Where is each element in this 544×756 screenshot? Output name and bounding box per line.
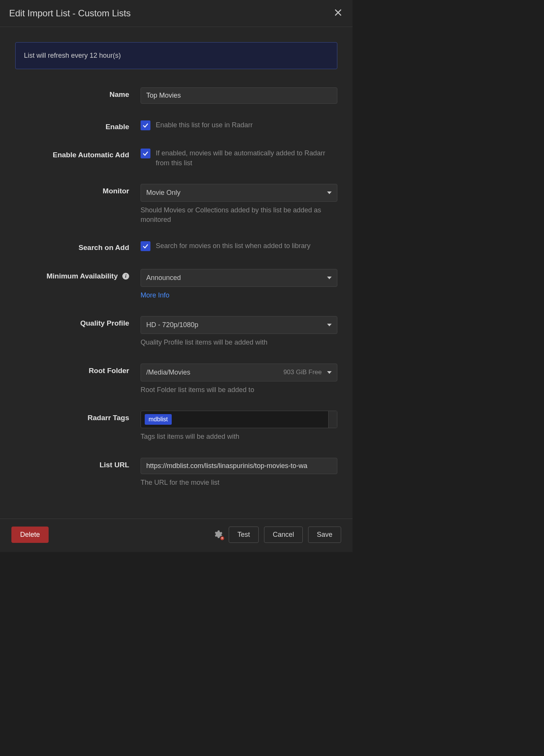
close-button[interactable] <box>333 7 343 19</box>
check-icon <box>142 243 149 250</box>
info-icon[interactable]: i <box>122 273 129 280</box>
monitor-help: Should Movies or Collections added by th… <box>141 206 337 225</box>
tags-help: Tags list items will be added with <box>141 432 337 441</box>
cancel-button[interactable]: Cancel <box>264 527 303 543</box>
label-search-on-add: Search on Add <box>15 240 141 253</box>
modal-body: List will refresh every 12 hour(s) Name … <box>0 27 353 511</box>
search-on-add-description: Search for movies on this list when adde… <box>156 240 310 251</box>
monitor-select[interactable]: Movie Only <box>141 184 337 202</box>
row-name: Name <box>15 87 337 104</box>
modal-header: Edit Import List - Custom Lists <box>0 0 353 27</box>
modal-title: Edit Import List - Custom Lists <box>9 7 131 20</box>
row-radarr-tags: Radarr Tags mdblist Tags list items will… <box>15 411 337 442</box>
row-min-availability: Minimum Availability i Announced More In… <box>15 269 337 300</box>
quality-profile-value: HD - 720p/1080p <box>146 320 198 330</box>
list-url-help: The URL for the movie list <box>141 478 337 487</box>
refresh-interval-banner: List will refresh every 12 hour(s) <box>15 42 337 69</box>
enable-auto-add-description: If enabled, movies will be automatically… <box>156 148 337 168</box>
label-root-folder: Root Folder <box>15 364 141 376</box>
chevron-down-icon <box>327 371 332 374</box>
gear-badge-icon: × <box>220 536 225 541</box>
list-url-input[interactable] <box>141 458 337 474</box>
row-root-folder: Root Folder /Media/Movies 903 GiB Free R… <box>15 364 337 395</box>
check-icon <box>142 122 149 129</box>
save-button[interactable]: Save <box>308 527 341 543</box>
row-list-url: List URL The URL for the movie list <box>15 458 337 487</box>
enable-checkbox[interactable] <box>141 120 150 130</box>
tag-item[interactable]: mdblist <box>145 414 172 425</box>
enable-auto-add-checkbox[interactable] <box>141 149 150 158</box>
row-monitor: Monitor Movie Only Should Movies or Coll… <box>15 184 337 225</box>
row-enable-auto-add: Enable Automatic Add If enabled, movies … <box>15 148 337 168</box>
label-radarr-tags: Radarr Tags <box>15 411 141 423</box>
close-icon <box>334 9 342 16</box>
name-input[interactable] <box>141 87 337 104</box>
advanced-settings-button[interactable]: × <box>212 529 223 540</box>
root-folder-free: 903 GiB Free <box>283 368 322 377</box>
chevron-down-icon <box>327 324 332 326</box>
chevron-down-icon <box>327 191 332 194</box>
monitor-value: Movie Only <box>146 188 180 198</box>
enable-description: Enable this list for use in Radarr <box>156 120 253 130</box>
chevron-down-icon <box>327 277 332 279</box>
row-search-on-add: Search on Add Search for movies on this … <box>15 240 337 253</box>
root-folder-value: /Media/Movies <box>146 368 190 377</box>
quality-profile-help: Quality Profile list items will be added… <box>141 338 337 347</box>
row-quality-profile: Quality Profile HD - 720p/1080p Quality … <box>15 316 337 347</box>
label-monitor: Monitor <box>15 184 141 196</box>
quality-profile-select[interactable]: HD - 720p/1080p <box>141 316 337 334</box>
root-folder-help: Root Folder list items will be added to <box>141 385 337 395</box>
search-on-add-checkbox[interactable] <box>141 241 150 251</box>
delete-button[interactable]: Delete <box>11 527 49 543</box>
label-name: Name <box>15 87 141 100</box>
test-button[interactable]: Test <box>229 527 259 543</box>
tags-input[interactable]: mdblist <box>141 411 337 428</box>
min-availability-value: Announced <box>146 273 181 283</box>
edit-import-list-modal: Edit Import List - Custom Lists List wil… <box>0 0 353 552</box>
label-list-url: List URL <box>15 458 141 470</box>
min-availability-select[interactable]: Announced <box>141 269 337 287</box>
label-quality-profile: Quality Profile <box>15 316 141 329</box>
row-enable: Enable Enable this list for use in Radar… <box>15 120 337 132</box>
root-folder-select[interactable]: /Media/Movies 903 GiB Free <box>141 364 337 381</box>
label-enable: Enable <box>15 120 141 132</box>
label-min-availability: Minimum Availability i <box>15 269 141 282</box>
modal-footer: Delete × Test Cancel Save <box>0 519 353 552</box>
label-enable-auto-add: Enable Automatic Add <box>15 148 141 160</box>
more-info-link[interactable]: More Info <box>141 291 169 300</box>
check-icon <box>142 150 149 157</box>
